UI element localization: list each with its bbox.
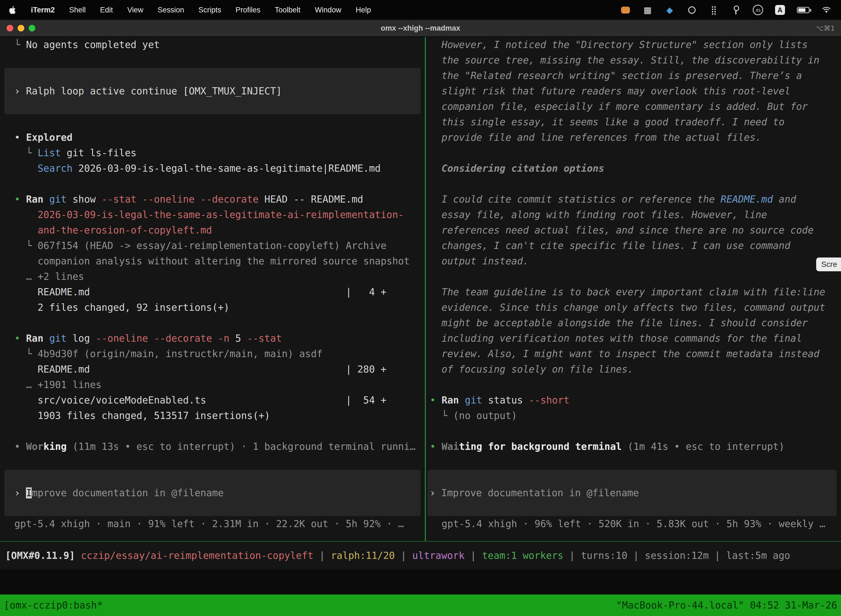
- text-segment: --stat: [247, 333, 282, 344]
- menu-item-session[interactable]: Session: [158, 6, 184, 14]
- terminal-line: companion analysis without altering the …: [0, 253, 425, 269]
- recording-indicator-icon[interactable]: [620, 3, 631, 16]
- tmux-host-clock: "MacBook-Pro-44.local" 04:52 31-Mar-26: [616, 600, 837, 611]
- text-segment: evidence. Since this change only affects…: [430, 302, 825, 313]
- terminal-line: this single essay, it seems like a good …: [426, 114, 841, 130]
- text-segment: Ralph loop active continue: [26, 85, 183, 97]
- text-segment: … +2 lines: [14, 271, 84, 282]
- battery-icon[interactable]: [797, 3, 810, 16]
- text-segment: No agents completed yet: [26, 39, 160, 50]
- blank-line: [426, 423, 841, 439]
- terminal-line: The team guideline is to back every impo…: [426, 284, 841, 300]
- apple-logo-icon[interactable]: [9, 6, 16, 14]
- text-segment: •: [14, 441, 26, 452]
- terminal-line: … +2 lines: [0, 269, 425, 284]
- text-segment: [459, 395, 464, 406]
- menu-item-scripts[interactable]: Scripts: [198, 6, 221, 14]
- prompt-input[interactable]: › Improve documentation in @filename: [428, 470, 837, 516]
- text-segment: output instead.: [430, 255, 529, 267]
- blue-app-icon[interactable]: ◆: [664, 3, 675, 16]
- menu-app-name[interactable]: iTerm2: [31, 6, 55, 14]
- text-segment: mprove documentation in @filename: [32, 487, 224, 499]
- text-segment: companion file, especially if more comme…: [430, 101, 808, 112]
- zoom-button[interactable]: [29, 25, 35, 31]
- text-segment: Wai: [441, 441, 459, 452]
- text-segment: --short: [529, 395, 570, 406]
- text-segment: 5: [230, 333, 247, 344]
- text-segment: git: [464, 395, 482, 406]
- terminal-line: └ (no output): [426, 408, 841, 423]
- text-segment: └: [14, 39, 26, 50]
- text-segment: The team guideline is to back every impo…: [430, 286, 825, 298]
- text-segment: and: [773, 194, 796, 205]
- text-segment: However, I noticed the "Directory Struct…: [430, 39, 808, 50]
- traffic-lights: [0, 25, 35, 31]
- text-segment: I: [26, 487, 32, 499]
- text-segment: | 54 +: [346, 395, 387, 406]
- text-segment: including verification notes with those …: [430, 333, 802, 344]
- text-segment: --oneline --decorate -n: [96, 333, 230, 344]
- gauge-icon[interactable]: .61: [753, 3, 763, 16]
- text-segment: gpt-5.4 xhigh · main · 91% left · 2.31M …: [14, 518, 404, 529]
- close-button[interactable]: [7, 25, 13, 31]
- dots-grid-icon[interactable]: ⣿: [709, 3, 719, 16]
- text-segment: [43, 194, 49, 205]
- text-segment: ›: [429, 487, 441, 499]
- input-source-icon[interactable]: A: [775, 3, 785, 16]
- minimize-button[interactable]: [18, 25, 24, 31]
- text-segment: [75, 550, 81, 561]
- edge-tooltip[interactable]: Scre: [816, 258, 841, 271]
- blank-line: [0, 114, 425, 130]
- text-segment: git: [49, 333, 66, 344]
- terminal-line: └ 4b9d30f (origin/main, instructkr/main,…: [0, 346, 425, 362]
- text-segment: of focusing solely on file lines.: [430, 364, 633, 375]
- left-pane[interactable]: └ No agents completed yet› Ralph loop ac…: [0, 37, 425, 541]
- text-segment: 2 files changed, 92 insertions(+): [14, 302, 230, 313]
- wifi-icon[interactable]: [821, 3, 832, 16]
- text-segment: (1m 41s • esc to interrupt): [627, 441, 784, 452]
- tmux-status-bar: [omx-cczip0:bash* "MacBook-Pro-44.local"…: [0, 594, 841, 616]
- text-segment: [622, 441, 627, 452]
- ralph-loop-notice-line: › Ralph loop active continue [OMX_TMUX_I…: [4, 84, 420, 99]
- terminal-line: of focusing solely on file lines.: [426, 362, 841, 377]
- dark-app-icon[interactable]: [687, 3, 697, 16]
- text-segment: README.md: [721, 194, 773, 205]
- terminal-line: • Waiting for background terminal (1m 41…: [426, 439, 841, 454]
- terminal-line: including verification notes with those …: [426, 331, 841, 346]
- text-segment: git: [49, 194, 66, 205]
- text-segment: slight risk that future readers may over…: [430, 85, 790, 97]
- text-segment: · 1 background terminal runni…: [235, 441, 416, 452]
- grid-icon[interactable]: ▦: [642, 3, 653, 16]
- text-segment: review. Also, I might want to inspect th…: [430, 348, 819, 359]
- text-segment: ting for background terminal: [459, 441, 622, 452]
- menu-item-view[interactable]: View: [127, 6, 143, 14]
- text-segment: status: [482, 395, 529, 406]
- blank-line: [0, 315, 425, 331]
- text-segment: |: [395, 550, 412, 561]
- screen: iTerm2 ShellEditViewSessionScriptsProfil…: [0, 0, 841, 616]
- text-segment: [67, 441, 73, 452]
- right-pane[interactable]: However, I noticed the "Directory Struct…: [426, 37, 841, 541]
- text-segment: (no output): [453, 410, 517, 421]
- text-segment: [14, 163, 38, 174]
- prompt-input[interactable]: › Improve documentation in @filename: [4, 470, 420, 516]
- text-segment: Search: [38, 163, 72, 174]
- prompt-input-line: › Improve documentation in @filename: [4, 485, 420, 501]
- text-segment: ralph:11/20: [331, 550, 395, 561]
- menu-item-help[interactable]: Help: [356, 6, 371, 14]
- menu-item-window[interactable]: Window: [315, 6, 341, 14]
- menu-item-edit[interactable]: Edit: [100, 6, 113, 14]
- menu-item-shell[interactable]: Shell: [69, 6, 86, 14]
- text-segment: ultrawork: [412, 550, 464, 561]
- session-status-line: gpt-5.4 xhigh · main · 91% left · 2.31M …: [0, 516, 425, 532]
- menu-item-toolbelt[interactable]: Toolbelt: [275, 6, 300, 14]
- omx-status-line: [OMX#0.11.9] cczip/essay/ai-reimplementa…: [0, 542, 841, 569]
- text-segment: cczip/essay/ai-reimplementation-copyleft: [81, 550, 314, 561]
- text-segment: 4b9d30f (origin/main, instructkr/main, m…: [38, 348, 322, 359]
- terminal-line: I could cite commit statistics or refere…: [426, 192, 841, 207]
- text-segment: the source tree, missing the essay. Stil…: [430, 55, 819, 66]
- text-segment: gpt-5.4 xhigh · 96% left · 520K in · 5.8…: [430, 518, 825, 529]
- key-icon[interactable]: [731, 3, 741, 16]
- menu-item-profiles[interactable]: Profiles: [236, 6, 261, 14]
- prompt-input-line: › Improve documentation in @filename: [428, 485, 837, 501]
